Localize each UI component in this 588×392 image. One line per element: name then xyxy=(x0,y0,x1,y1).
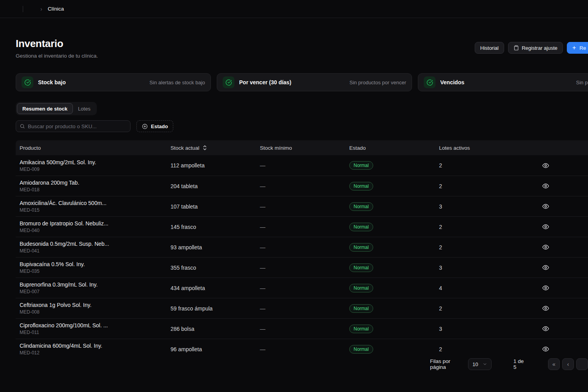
stock-actual-value: 107 tableta xyxy=(167,203,256,210)
alert-card-stock-bajo: Stock bajo Sin alertas de stock bajo xyxy=(16,73,211,91)
table-row[interactable]: Amoxicilina/Ác. Clavulánico 500m... MED-… xyxy=(16,196,588,216)
product-name: Bromuro de Ipratropio Sol. Nebuliz... xyxy=(20,220,167,227)
table-row[interactable]: Budesonida 0.5mg/2mL Susp. Neb... MED-04… xyxy=(16,237,588,257)
col-lotes-activos: Lotes activos xyxy=(435,145,529,151)
eye-icon[interactable] xyxy=(542,203,549,209)
table-body: Amikacina 500mg/2mL Sol. Iny. MED-009 11… xyxy=(16,155,588,359)
page-indicator: 1 de 5 xyxy=(514,358,526,370)
alert-status: Sin productos por vencer xyxy=(349,80,406,85)
eye-icon[interactable] xyxy=(542,183,549,189)
plus-circle-icon xyxy=(142,123,148,129)
status-badge: Normal xyxy=(349,161,373,170)
alert-card-vencidos: Vencidos Sin productos xyxy=(418,73,588,91)
primary-action-button[interactable]: + Re xyxy=(567,42,588,54)
col-estado: Estado xyxy=(345,145,435,151)
table-row[interactable]: Clindamicina 600mg/4mL Sol. Iny. MED-012… xyxy=(16,339,588,359)
lotes-activos-value: 2 xyxy=(435,305,529,312)
product-name: Ciprofloxacino 200mg/100mL Sol. ... xyxy=(20,322,167,328)
product-sku: MED-007 xyxy=(20,289,167,294)
stock-minimo-value: — xyxy=(256,285,345,291)
lotes-activos-value: 2 xyxy=(435,224,529,230)
product-sku: MED-040 xyxy=(20,228,167,233)
alert-status: Sin alertas de stock bajo xyxy=(149,80,205,85)
inventory-table: Producto Stock actual Stock mínimo Estad… xyxy=(16,140,588,359)
rows-per-page-select[interactable]: 10 xyxy=(468,358,491,370)
check-circle-icon xyxy=(22,76,33,88)
eye-icon[interactable] xyxy=(542,305,549,311)
stock-actual-value: 145 frasco xyxy=(167,224,256,230)
stock-actual-value: 112 ampolleta xyxy=(167,162,256,169)
breadcrumb[interactable]: Clínica xyxy=(48,6,64,12)
lotes-activos-value: 4 xyxy=(435,285,529,291)
first-page-button[interactable]: « xyxy=(548,358,560,370)
eye-icon[interactable] xyxy=(542,224,549,230)
table-row[interactable]: Amikacina 500mg/2mL Sol. Iny. MED-009 11… xyxy=(16,155,588,176)
status-badge: Normal xyxy=(349,304,373,313)
product-name: Budesonida 0.5mg/2mL Susp. Neb... xyxy=(20,241,167,247)
product-sku: MED-015 xyxy=(20,207,167,213)
table-row[interactable]: Ciprofloxacino 200mg/100mL Sol. ... MED-… xyxy=(16,318,588,339)
eye-icon[interactable] xyxy=(542,346,549,352)
status-badge: Normal xyxy=(349,182,373,191)
product-name: Clindamicina 600mg/4mL Sol. Iny. xyxy=(20,343,167,349)
lotes-activos-value: 3 xyxy=(435,265,529,271)
stock-minimo-value: — xyxy=(256,183,345,189)
table-row[interactable]: Bromuro de Ipratropio Sol. Nebuliz... ME… xyxy=(16,216,588,237)
table-footer: Filas por página 10 1 de 5 « ‹ xyxy=(430,358,588,370)
stock-actual-value: 286 bolsa xyxy=(167,326,256,332)
eye-icon[interactable] xyxy=(542,244,549,250)
stock-minimo-value: — xyxy=(256,346,345,352)
tab-lotes[interactable]: Lotes xyxy=(73,103,96,114)
stock-minimo-value: — xyxy=(256,305,345,312)
search-input[interactable] xyxy=(28,123,127,129)
lotes-activos-value: 3 xyxy=(435,203,529,210)
home-icon[interactable] xyxy=(29,6,35,12)
stock-actual-value: 59 frasco ámpula xyxy=(167,305,256,312)
alert-cards: Stock bajo Sin alertas de stock bajo Por… xyxy=(16,73,588,91)
stock-actual-value: 355 frasco xyxy=(167,265,256,271)
stock-minimo-value: — xyxy=(256,244,345,250)
table-row[interactable]: Amiodarona 200mg Tab. MED-018 204 tablet… xyxy=(16,176,588,196)
product-sku: MED-035 xyxy=(20,269,167,274)
topbar-divider xyxy=(23,6,23,12)
stock-actual-value: 93 ampolleta xyxy=(167,244,256,250)
lotes-activos-value: 2 xyxy=(435,346,529,352)
eye-icon[interactable] xyxy=(542,163,549,169)
eye-icon[interactable] xyxy=(542,285,549,291)
historial-button[interactable]: Historial xyxy=(475,42,504,54)
lotes-activos-value: 3 xyxy=(435,326,529,332)
topbar: › Clínica xyxy=(0,0,588,18)
product-sku: MED-018 xyxy=(20,187,167,192)
estado-filter-button[interactable]: Estado xyxy=(136,120,173,132)
stock-minimo-value: — xyxy=(256,265,345,271)
product-sku: MED-041 xyxy=(20,248,167,254)
status-badge: Normal xyxy=(349,263,373,272)
eye-icon[interactable] xyxy=(542,265,549,270)
eye-icon[interactable] xyxy=(542,326,549,332)
plus-icon: + xyxy=(572,44,576,51)
product-name: Ceftriaxona 1g Polvo Sol. Iny. xyxy=(20,302,167,308)
next-page-button[interactable] xyxy=(576,358,588,370)
prev-page-button[interactable]: ‹ xyxy=(562,358,574,370)
col-stock-actual[interactable]: Stock actual xyxy=(167,145,256,151)
clipboard-icon xyxy=(514,45,519,51)
tab-resumen-de-stock[interactable]: Resumen de stock xyxy=(17,103,73,114)
status-badge: Normal xyxy=(349,325,373,333)
view-tabs: Resumen de stock Lotes xyxy=(16,102,97,115)
col-producto: Producto xyxy=(16,145,167,151)
stock-minimo-value: — xyxy=(256,162,345,169)
stock-minimo-value: — xyxy=(256,224,345,230)
status-badge: Normal xyxy=(349,223,373,231)
table-row[interactable]: Ceftriaxona 1g Polvo Sol. Iny. MED-008 5… xyxy=(16,298,588,318)
status-badge: Normal xyxy=(349,243,373,252)
status-badge: Normal xyxy=(349,284,373,292)
sort-icon[interactable] xyxy=(203,145,207,151)
product-name: Bupivacaína 0.5% Sol. Iny. xyxy=(20,261,167,267)
table-row[interactable]: Buprenorfina 0.3mg/mL Sol. Iny. MED-007 … xyxy=(16,278,588,298)
status-badge: Normal xyxy=(349,202,373,211)
registrar-ajuste-button[interactable]: Registrar ajuste xyxy=(508,42,563,54)
col-stock-minimo: Stock mínimo xyxy=(256,145,345,151)
table-row[interactable]: Bupivacaína 0.5% Sol. Iny. MED-035 355 f… xyxy=(16,257,588,278)
sidebar-toggle-icon[interactable] xyxy=(10,5,17,13)
product-sku: MED-012 xyxy=(20,350,167,356)
